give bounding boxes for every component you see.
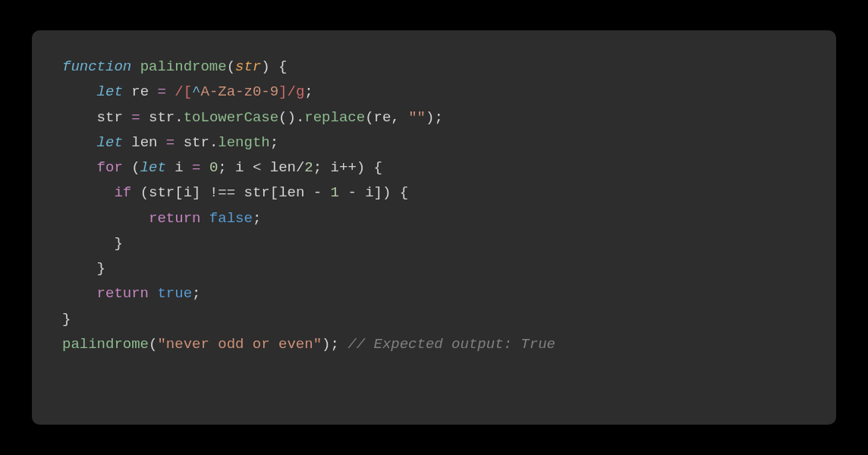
boolean-true: true	[157, 285, 192, 302]
keyword-for: for	[97, 159, 123, 176]
var-str: str	[97, 109, 123, 126]
method-tolowercase: toLowerCase	[184, 109, 278, 126]
param-str: str	[235, 58, 261, 75]
string-argument: "never odd or even"	[157, 336, 322, 353]
var-len: len	[131, 134, 157, 151]
method-replace: replace	[304, 109, 365, 126]
number-zero: 0	[209, 159, 218, 176]
boolean-false: false	[209, 210, 253, 227]
keyword-return: return	[149, 210, 200, 227]
code-block: function palindrome(str) { let re = /[^A…	[62, 55, 806, 357]
code-panel: function palindrome(str) { let re = /[^A…	[32, 30, 836, 425]
string-empty: ""	[408, 109, 426, 126]
function-name: palindrome	[140, 58, 227, 75]
number-two: 2	[304, 159, 313, 176]
function-call: palindrome	[62, 336, 149, 353]
var-i: i	[175, 159, 183, 176]
number-one: 1	[331, 184, 339, 201]
keyword-function: function	[62, 58, 131, 75]
comment: // Expected output: True	[348, 336, 555, 353]
prop-length: length	[218, 134, 269, 151]
keyword-let: let	[97, 83, 123, 100]
keyword-if: if	[114, 184, 131, 201]
regex-literal: /[^A-Za-z0-9]/g	[175, 83, 304, 100]
var-re: re	[131, 83, 149, 100]
